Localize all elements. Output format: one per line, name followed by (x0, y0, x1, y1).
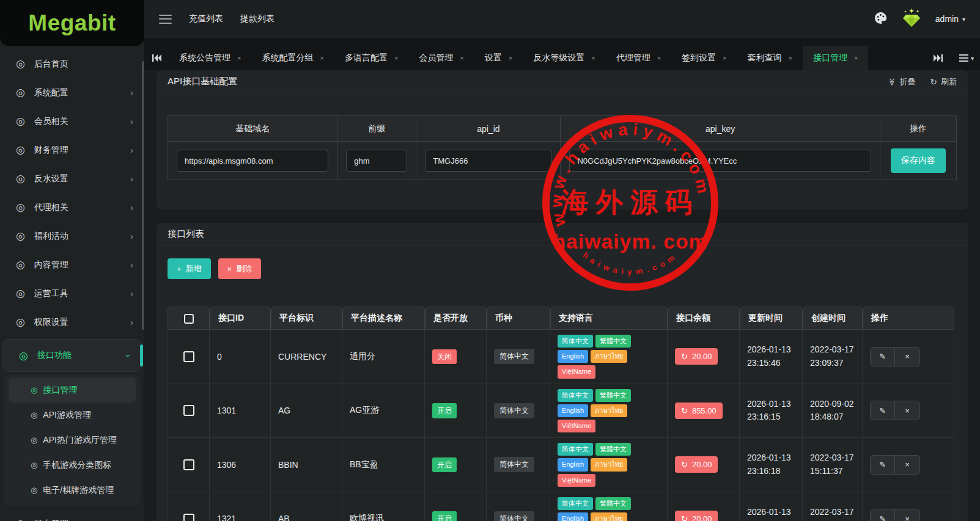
tabs-menu-icon[interactable]: ▾ (959, 54, 974, 62)
lang-badge: 简体中文 (558, 497, 593, 510)
tab-signin-settings[interactable]: 签到设置 × (671, 46, 737, 70)
row-checkbox[interactable] (183, 514, 194, 521)
row-checkbox[interactable] (183, 405, 194, 416)
tab-arbitrage-query[interactable]: 套利查询 × (737, 46, 803, 70)
double-chevron-down-icon: ≫ (888, 78, 896, 86)
tab-rebate-level[interactable]: 反水等级设置 × (523, 46, 605, 70)
topbar: 充值列表 提款列表 (144, 0, 980, 38)
avatar-gem-icon[interactable] (900, 7, 923, 31)
currency-chip: 简体中文 (494, 403, 534, 418)
tab-label: 系统公告管理 (179, 53, 230, 64)
sidebar-item-system-config[interactable]: ◎ 系统配置 › (0, 78, 144, 107)
submenu-item-label: 手机游戏分类图标 (43, 460, 111, 471)
tab-member-manage[interactable]: 会员管理 × (408, 46, 474, 70)
balance-refresh-badge[interactable]: ↻20.00 (675, 511, 718, 521)
table-row: 1306 BBIN BB宝盈 开启 简体中文 简体中文 繁體中文 English… (168, 438, 954, 492)
submenu-item-api-hot-hall[interactable]: ◎ API热门游戏厅管理 (4, 428, 141, 453)
scroll-tabs-left-icon[interactable] (144, 46, 169, 70)
submenu-item-slots-chess-manage[interactable]: ◎ 电子/棋牌游戏管理 (4, 478, 141, 503)
sidebar-item-finance[interactable]: ◎ 财务管理 › (0, 136, 144, 164)
delete-button[interactable]: × (895, 509, 919, 521)
hamburger-icon[interactable] (159, 15, 172, 24)
pencil-icon: ✎ (879, 460, 886, 469)
currency-chip: 简体中文 (494, 511, 534, 521)
chevron-right-icon: › (130, 318, 133, 327)
close-icon[interactable]: × (460, 54, 463, 62)
close-icon[interactable]: × (723, 54, 726, 62)
delete-button[interactable]: × 删除 (218, 258, 262, 279)
theme-palette-icon[interactable] (874, 11, 888, 27)
add-button[interactable]: + 新增 (168, 258, 211, 279)
row-checkbox[interactable] (183, 459, 194, 470)
status-badge[interactable]: 开启 (432, 457, 457, 472)
delete-button[interactable]: × (895, 348, 919, 366)
edit-button[interactable]: ✎ (871, 456, 895, 474)
sidebar-item-interface[interactable]: ◎ 接口功能 › (2, 339, 142, 372)
column-header: 前缀 (337, 116, 416, 142)
row-checkbox[interactable] (183, 351, 194, 362)
balance-refresh-badge[interactable]: ↻20.00 (675, 456, 718, 473)
close-icon[interactable]: × (394, 54, 398, 62)
edit-button[interactable]: ✎ (871, 348, 895, 366)
delete-button[interactable]: × (895, 456, 919, 474)
tabstrip-right: ▾ (926, 46, 980, 70)
x-icon: × (905, 460, 910, 469)
edit-button[interactable]: ✎ (871, 401, 895, 420)
sidebar-item-content[interactable]: ◎ 内容管理 › (0, 250, 144, 279)
balance-refresh-badge[interactable]: ↻855.00 (675, 403, 723, 419)
sidebar-item-logs[interactable]: ◎ 日志管理 › (0, 509, 144, 521)
delete-button[interactable]: × (895, 401, 919, 420)
sidebar-item-permission[interactable]: ◎ 权限设置 › (0, 308, 144, 337)
card-body: 基础域名 前缀 api_id api_key 操作 保存内容 (157, 93, 968, 209)
sidebar-item-dashboard[interactable]: ◎ 后台首页 (0, 49, 144, 78)
edit-button[interactable]: ✎ (871, 509, 895, 521)
api-key-input[interactable] (569, 150, 871, 172)
lang-badge: English (558, 512, 588, 521)
table-row: 0 CURRENCY 通用分 关闭 简体中文 简体中文 繁體中文 English… (168, 330, 954, 384)
column-header: 操作 (880, 116, 956, 142)
cell-platform-name: 通用分 (342, 330, 425, 384)
nav-withdraw-list[interactable]: 提款列表 (240, 13, 274, 24)
api-id-input[interactable] (425, 150, 551, 172)
select-all-checkbox[interactable] (184, 314, 194, 324)
submenu-item-api-games[interactable]: ◎ API游戏管理 (4, 403, 141, 428)
sidebar-item-member[interactable]: ◎ 会员相关 › (0, 107, 144, 136)
status-badge[interactable]: 开启 (432, 511, 457, 521)
close-icon[interactable]: × (789, 54, 792, 62)
refresh-button[interactable]: ↻ 刷新 (930, 76, 957, 87)
user-menu[interactable]: admin ▾ (935, 14, 965, 24)
tab-settings[interactable]: 设置 × (474, 46, 523, 70)
prefix-input[interactable] (346, 150, 407, 172)
close-icon[interactable]: × (657, 54, 661, 62)
sidebar-item-rebate[interactable]: ◎ 反水设置 › (0, 164, 144, 193)
status-badge[interactable]: 开启 (432, 403, 457, 418)
tab-system-config-group[interactable]: 系统配置分组 × (251, 46, 334, 70)
scroll-tabs-right-icon[interactable] (926, 46, 951, 70)
close-icon[interactable]: × (320, 54, 323, 62)
nav-recharge-list[interactable]: 充值列表 (189, 13, 223, 24)
sidebar-item-welfare[interactable]: ◎ 福利活动 › (0, 222, 144, 250)
tab-system-announcement[interactable]: 系统公告管理 × (169, 46, 251, 70)
tab-agent-manage[interactable]: 代理管理 × (606, 46, 671, 70)
sidebar-scrollbar[interactable] (142, 61, 144, 330)
status-badge[interactable]: 关闭 (432, 349, 457, 364)
close-icon[interactable]: × (237, 54, 241, 62)
tab-multilanguage[interactable]: 多语言配置 × (334, 46, 408, 70)
save-button[interactable]: 保存内容 (891, 148, 946, 173)
base-domain-input[interactable] (177, 150, 328, 172)
submenu-item-mobile-category-icons[interactable]: ◎ 手机游戏分类图标 (4, 453, 141, 478)
tab-interface-manage[interactable]: 接口管理 × (803, 46, 868, 70)
cell-interface-id: 1306 (210, 438, 271, 492)
sidebar-item-label: 接口功能 (37, 350, 127, 361)
close-icon[interactable]: × (509, 54, 512, 62)
language-badges: 简体中文 繁體中文 English ภาษาไทย ViệtName (558, 335, 660, 379)
collapse-button[interactable]: ≫ 折叠 (888, 76, 916, 87)
close-icon[interactable]: × (854, 54, 858, 62)
close-icon[interactable]: × (591, 54, 595, 62)
submenu-item-interface-manage[interactable]: ◎ 接口管理 (9, 377, 136, 403)
sidebar-item-agent[interactable]: ◎ 代理相关 › (0, 193, 144, 222)
sidebar-item-operation-tools[interactable]: ◎ 运营工具 › (0, 279, 144, 308)
balance-refresh-badge[interactable]: ↻20.00 (675, 348, 718, 365)
logo[interactable]: Megabit (0, 0, 144, 46)
column-header: api_id (416, 116, 561, 142)
